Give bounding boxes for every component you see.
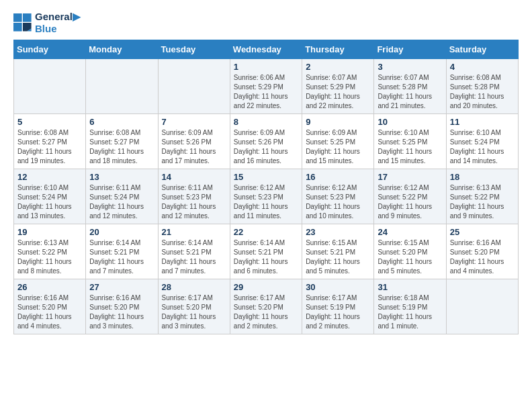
day-info: Sunrise: 6:13 AM Sunset: 5:22 PM Dayligh… [450,183,515,221]
calendar-cell: 29Sunrise: 6:17 AM Sunset: 5:20 PM Dayli… [230,279,302,334]
day-info: Sunrise: 6:16 AM Sunset: 5:20 PM Dayligh… [89,293,154,331]
calendar-cell: 26Sunrise: 6:16 AM Sunset: 5:20 PM Dayli… [14,279,86,334]
day-number: 19 [17,227,82,237]
calendar-cell: 30Sunrise: 6:17 AM Sunset: 5:19 PM Dayli… [302,279,374,334]
logo-text: General▶ Blue [35,11,81,34]
day-info: Sunrise: 6:11 AM Sunset: 5:24 PM Dayligh… [89,183,154,221]
day-number: 7 [162,117,226,127]
calendar-cell: 16Sunrise: 6:12 AM Sunset: 5:23 PM Dayli… [302,169,374,224]
calendar-cell [446,279,518,334]
day-number: 14 [162,172,226,182]
day-header-saturday: Saturday [446,40,518,59]
svg-rect-1 [23,13,32,22]
calendar-cell: 2Sunrise: 6:07 AM Sunset: 5:29 PM Daylig… [302,59,374,114]
header: General▶ Blue [13,11,519,34]
logo-icon [13,13,32,32]
day-info: Sunrise: 6:09 AM Sunset: 5:26 PM Dayligh… [162,128,226,166]
day-info: Sunrise: 6:08 AM Sunset: 5:28 PM Dayligh… [450,73,515,111]
day-number: 28 [162,282,226,292]
calendar-cell: 23Sunrise: 6:15 AM Sunset: 5:21 PM Dayli… [302,224,374,279]
calendar-week-4: 19Sunrise: 6:13 AM Sunset: 5:22 PM Dayli… [14,224,519,279]
day-number: 13 [89,172,154,182]
day-number: 11 [450,117,515,127]
svg-rect-0 [13,13,22,22]
day-info: Sunrise: 6:14 AM Sunset: 5:21 PM Dayligh… [162,238,226,276]
day-info: Sunrise: 6:16 AM Sunset: 5:20 PM Dayligh… [17,293,82,331]
day-number: 16 [306,172,370,182]
day-info: Sunrise: 6:17 AM Sunset: 5:19 PM Dayligh… [306,293,370,331]
day-number: 8 [234,117,298,127]
day-number: 29 [234,282,298,292]
day-info: Sunrise: 6:10 AM Sunset: 5:24 PM Dayligh… [17,183,82,221]
day-info: Sunrise: 6:12 AM Sunset: 5:23 PM Dayligh… [306,183,370,221]
day-number: 23 [306,227,370,237]
calendar-cell: 28Sunrise: 6:17 AM Sunset: 5:20 PM Dayli… [158,279,230,334]
day-number: 21 [162,227,226,237]
day-number: 27 [89,282,154,292]
day-header-tuesday: Tuesday [158,40,230,59]
page-container: General▶ Blue SundayMondayTuesdayWednesd… [0,0,532,345]
day-info: Sunrise: 6:15 AM Sunset: 5:21 PM Dayligh… [306,238,370,276]
day-info: Sunrise: 6:10 AM Sunset: 5:24 PM Dayligh… [450,128,515,166]
day-info: Sunrise: 6:15 AM Sunset: 5:20 PM Dayligh… [378,238,442,276]
day-info: Sunrise: 6:18 AM Sunset: 5:19 PM Dayligh… [378,293,442,331]
day-number: 9 [306,117,370,127]
day-number: 25 [450,227,515,237]
day-info: Sunrise: 6:08 AM Sunset: 5:27 PM Dayligh… [89,128,154,166]
day-number: 22 [234,227,298,237]
day-header-monday: Monday [86,40,158,59]
day-info: Sunrise: 6:14 AM Sunset: 5:21 PM Dayligh… [89,238,154,276]
day-number: 31 [378,282,442,292]
day-info: Sunrise: 6:12 AM Sunset: 5:22 PM Dayligh… [378,183,442,221]
calendar-cell [86,59,158,114]
day-info: Sunrise: 6:17 AM Sunset: 5:20 PM Dayligh… [162,293,226,331]
day-number: 6 [89,117,154,127]
day-number: 30 [306,282,370,292]
day-info: Sunrise: 6:06 AM Sunset: 5:29 PM Dayligh… [234,73,298,111]
day-info: Sunrise: 6:12 AM Sunset: 5:23 PM Dayligh… [234,183,298,221]
day-number: 26 [17,282,82,292]
calendar-cell: 3Sunrise: 6:07 AM Sunset: 5:28 PM Daylig… [374,59,446,114]
calendar-cell: 4Sunrise: 6:08 AM Sunset: 5:28 PM Daylig… [446,59,518,114]
calendar-header-row: SundayMondayTuesdayWednesdayThursdayFrid… [14,40,519,59]
calendar-cell: 8Sunrise: 6:09 AM Sunset: 5:26 PM Daylig… [230,114,302,169]
day-info: Sunrise: 6:08 AM Sunset: 5:27 PM Dayligh… [17,128,82,166]
calendar-week-2: 5Sunrise: 6:08 AM Sunset: 5:27 PM Daylig… [14,114,519,169]
day-number: 10 [378,117,442,127]
day-number: 5 [17,117,82,127]
day-number: 20 [89,227,154,237]
day-header-thursday: Thursday [302,40,374,59]
calendar-cell: 15Sunrise: 6:12 AM Sunset: 5:23 PM Dayli… [230,169,302,224]
logo: General▶ Blue [13,11,81,34]
calendar-cell [14,59,86,114]
day-number: 2 [306,62,370,72]
day-number: 24 [378,227,442,237]
svg-rect-2 [13,23,22,32]
day-number: 1 [234,62,298,72]
calendar-cell: 18Sunrise: 6:13 AM Sunset: 5:22 PM Dayli… [446,169,518,224]
calendar-cell: 24Sunrise: 6:15 AM Sunset: 5:20 PM Dayli… [374,224,446,279]
calendar-cell: 31Sunrise: 6:18 AM Sunset: 5:19 PM Dayli… [374,279,446,334]
calendar-cell: 9Sunrise: 6:09 AM Sunset: 5:25 PM Daylig… [302,114,374,169]
calendar-cell: 20Sunrise: 6:14 AM Sunset: 5:21 PM Dayli… [86,224,158,279]
calendar-week-3: 12Sunrise: 6:10 AM Sunset: 5:24 PM Dayli… [14,169,519,224]
calendar-cell: 17Sunrise: 6:12 AM Sunset: 5:22 PM Dayli… [374,169,446,224]
calendar-week-1: 1Sunrise: 6:06 AM Sunset: 5:29 PM Daylig… [14,59,519,114]
day-number: 12 [17,172,82,182]
day-info: Sunrise: 6:10 AM Sunset: 5:25 PM Dayligh… [378,128,442,166]
calendar-cell: 6Sunrise: 6:08 AM Sunset: 5:27 PM Daylig… [86,114,158,169]
calendar-cell: 13Sunrise: 6:11 AM Sunset: 5:24 PM Dayli… [86,169,158,224]
calendar-cell: 19Sunrise: 6:13 AM Sunset: 5:22 PM Dayli… [14,224,86,279]
calendar-week-5: 26Sunrise: 6:16 AM Sunset: 5:20 PM Dayli… [14,279,519,334]
day-number: 4 [450,62,515,72]
day-number: 18 [450,172,515,182]
day-header-wednesday: Wednesday [230,40,302,59]
day-info: Sunrise: 6:09 AM Sunset: 5:25 PM Dayligh… [306,128,370,166]
day-header-sunday: Sunday [14,40,86,59]
day-info: Sunrise: 6:16 AM Sunset: 5:20 PM Dayligh… [450,238,515,276]
day-info: Sunrise: 6:17 AM Sunset: 5:20 PM Dayligh… [234,293,298,331]
day-info: Sunrise: 6:13 AM Sunset: 5:22 PM Dayligh… [17,238,82,276]
calendar-cell: 5Sunrise: 6:08 AM Sunset: 5:27 PM Daylig… [14,114,86,169]
day-info: Sunrise: 6:07 AM Sunset: 5:29 PM Dayligh… [306,73,370,111]
day-number: 17 [378,172,442,182]
